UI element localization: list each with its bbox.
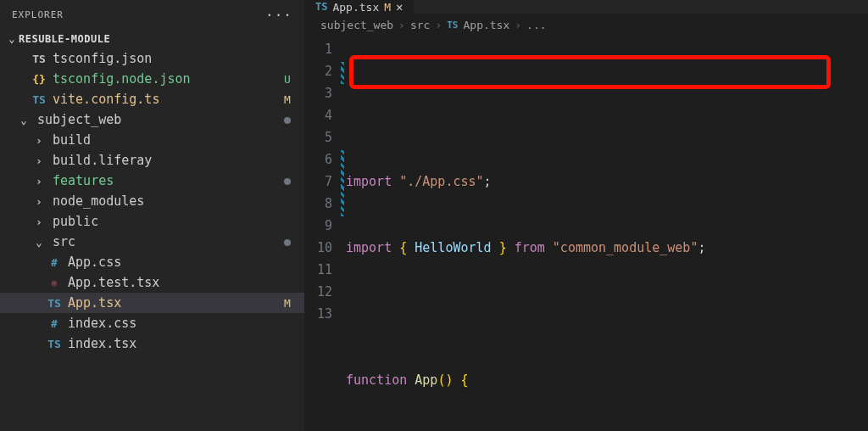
git-status: M: [279, 93, 296, 106]
line-number: 4: [305, 104, 332, 126]
file-icon: ›: [31, 134, 47, 147]
git-status: [279, 236, 296, 249]
file-icon: TS: [46, 297, 63, 310]
editor-area: TS App.tsx M ✕ subject_web › src › TS Ap…: [305, 0, 868, 431]
file-icon: ›: [31, 154, 47, 167]
change-indicator: [341, 150, 344, 216]
tree-item[interactable]: TSvite.config.tsM: [0, 89, 304, 109]
line-number: 13: [305, 303, 332, 325]
typescript-icon: TS: [315, 1, 327, 13]
tree-item[interactable]: ›public: [0, 211, 304, 232]
file-tree: TStsconfig.json{}tsconfig.node.jsonUTSvi…: [0, 48, 304, 431]
line-number: 8: [305, 193, 332, 215]
file-icon: TS: [31, 53, 47, 65]
tree-item[interactable]: ⚛App.test.tsx: [0, 272, 304, 293]
tree-item-label: public: [53, 214, 279, 229]
breadcrumb-more: ...: [526, 19, 546, 31]
file-icon: ›: [31, 195, 47, 208]
editor-tabs: TS App.tsx M ✕: [305, 0, 868, 14]
line-number: 10: [305, 237, 332, 259]
tree-item[interactable]: #App.css: [0, 252, 304, 272]
tree-item[interactable]: ›features: [0, 171, 304, 191]
tree-item-label: App.test.tsx: [68, 275, 279, 290]
chevron-right-icon: ›: [435, 19, 442, 31]
tree-item[interactable]: TSApp.tsxM: [0, 293, 304, 313]
tree-item-label: index.tsx: [68, 336, 279, 351]
highlight-annotation: [349, 55, 831, 89]
line-number: 11: [305, 259, 332, 281]
tree-item-label: features: [53, 173, 279, 188]
line-number: 12: [305, 281, 332, 303]
tree-item-label: src: [53, 234, 279, 249]
breadcrumb-part: App.tsx: [463, 19, 509, 31]
chevron-right-icon: ›: [398, 19, 405, 31]
git-status: [279, 175, 296, 188]
line-number: 5: [305, 126, 332, 148]
tree-item-label: tsconfig.node.json: [53, 71, 279, 87]
tree-item[interactable]: TSindex.tsx: [0, 333, 304, 354]
file-icon: ›: [31, 175, 47, 188]
explorer-header: EXPLORER ···: [0, 0, 304, 30]
change-indicator: [341, 62, 344, 84]
line-number: 9: [305, 215, 332, 237]
chevron-right-icon: ›: [515, 19, 521, 31]
file-icon: ›: [31, 216, 47, 228]
breadcrumb-part: subject_web: [320, 19, 393, 31]
git-status: U: [279, 73, 296, 86]
line-gutter: 12345678910111213: [305, 38, 346, 431]
line-number: 2: [305, 60, 332, 82]
tree-item-label: tsconfig.json: [53, 51, 279, 66]
line-number: 7: [305, 171, 332, 193]
tree-item-label: App.css: [68, 255, 279, 270]
tree-item[interactable]: ›build.liferay: [0, 150, 304, 171]
tree-item[interactable]: TStsconfig.json: [0, 48, 304, 69]
line-number: 6: [305, 148, 332, 171]
file-icon: TS: [31, 93, 47, 106]
chevron-down-icon: ⌄: [5, 33, 19, 45]
line-number: 3: [305, 82, 332, 104]
explorer-sidebar: EXPLORER ··· ⌄ RESUBLE-MODULE TStsconfig…: [0, 0, 305, 431]
tree-item-label: node_modules: [53, 193, 279, 209]
root-folder[interactable]: ⌄ RESUBLE-MODULE: [0, 30, 304, 48]
explorer-title: EXPLORER: [12, 9, 64, 20]
file-icon: ⌄: [15, 114, 32, 126]
file-icon: ⌄: [31, 236, 47, 249]
tree-item[interactable]: ›node_modules: [0, 191, 304, 211]
code-content[interactable]: import "./App.css"; import { HelloWorld …: [346, 38, 868, 431]
line-number: 1: [305, 38, 332, 60]
tree-item[interactable]: ⌄src: [0, 232, 304, 252]
tree-item-label: index.css: [68, 316, 279, 331]
close-icon[interactable]: ✕: [396, 0, 403, 14]
tree-item-label: App.tsx: [68, 295, 279, 311]
git-status: M: [279, 297, 296, 310]
tree-item[interactable]: ›build: [0, 130, 304, 150]
breadcrumb-part: src: [410, 19, 430, 31]
tab-status: M: [384, 1, 391, 14]
tree-item-label: build.liferay: [53, 153, 279, 168]
tree-item[interactable]: #index.css: [0, 313, 304, 333]
tab-label: App.tsx: [332, 1, 379, 14]
code-editor[interactable]: 12345678910111213 import "./App.css"; im…: [305, 36, 868, 431]
file-icon: TS: [46, 338, 63, 350]
tree-item-label: vite.config.ts: [53, 92, 279, 107]
file-icon: ⚛: [46, 277, 63, 289]
tree-item[interactable]: {}tsconfig.node.jsonU: [0, 69, 304, 89]
typescript-icon: TS: [447, 20, 458, 31]
file-icon: #: [46, 317, 63, 330]
root-label: RESUBLE-MODULE: [19, 33, 110, 45]
tab-app-tsx[interactable]: TS App.tsx M ✕: [305, 0, 415, 14]
more-icon[interactable]: ···: [265, 7, 292, 23]
file-icon: #: [46, 256, 63, 269]
tree-item-label: build: [53, 132, 279, 148]
git-status: [279, 114, 296, 126]
tree-item-label: subject_web: [37, 112, 279, 127]
breadcrumb[interactable]: subject_web › src › TS App.tsx › ...: [305, 14, 868, 36]
file-icon: {}: [31, 73, 47, 86]
tree-item[interactable]: ⌄subject_web: [0, 109, 304, 130]
